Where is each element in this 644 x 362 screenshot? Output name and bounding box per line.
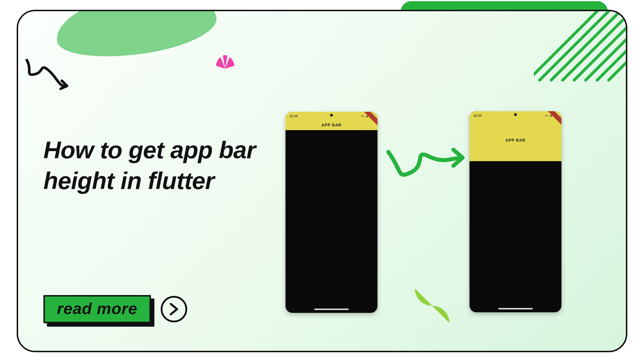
read-more-button[interactable]: read more xyxy=(43,295,151,323)
chevron-right-icon xyxy=(169,303,179,315)
read-more-label: read more xyxy=(43,295,151,323)
decor-blob xyxy=(52,10,220,65)
decor-fan-icon xyxy=(214,54,237,69)
debug-ribbon xyxy=(545,111,561,127)
headline: How to get app bar height in flutter xyxy=(43,135,256,196)
next-button[interactable] xyxy=(161,296,187,322)
cta-group: read more xyxy=(43,295,187,323)
phone-mockup-tall-appbar: 12:15 APP BAR xyxy=(469,111,561,312)
appbar-title: APP BAR xyxy=(321,123,342,127)
status-time: 12:16 xyxy=(290,114,298,118)
appbar-title: APP BAR xyxy=(505,138,526,143)
svg-line-6 xyxy=(540,10,614,80)
status-time: 12:15 xyxy=(474,114,482,117)
home-indicator xyxy=(314,309,349,310)
svg-line-7 xyxy=(534,10,603,80)
banner-card: How to get app bar height in flutter rea… xyxy=(17,10,627,352)
phone-mockup-small-appbar: 12:16 APP BAR xyxy=(285,112,377,313)
debug-ribbon xyxy=(361,112,377,128)
decor-hatch-lines xyxy=(534,10,627,86)
home-indicator xyxy=(498,308,533,309)
decor-swirl-arrow xyxy=(24,54,76,92)
decor-transition-arrow xyxy=(386,140,469,181)
stage: How to get app bar height in flutter rea… xyxy=(0,0,644,362)
decor-bowtie-icon xyxy=(409,284,455,327)
